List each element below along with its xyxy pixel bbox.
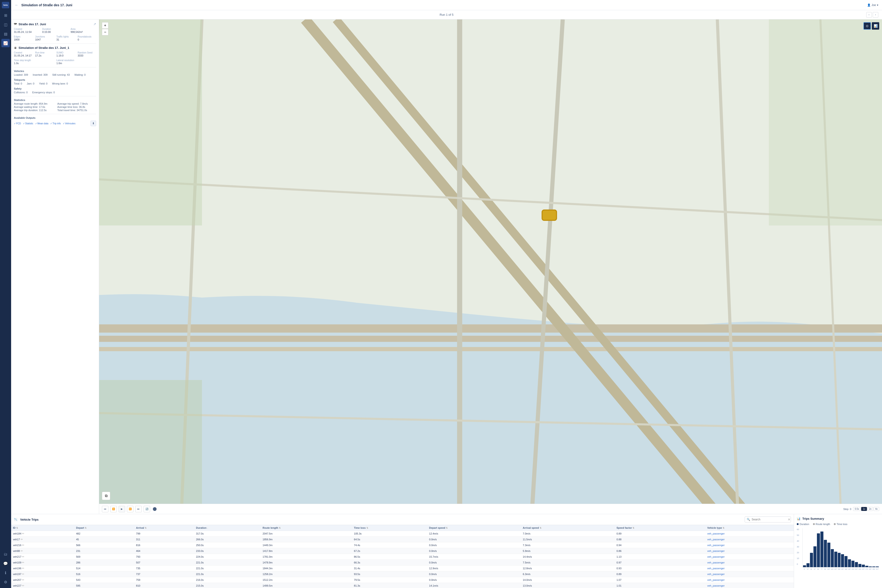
chart-bar [834, 552, 837, 567]
table-row: veh197 ✏ 516 737 221.0s 1258.2m 93.5s 0.… [11, 572, 794, 577]
edit-icon[interactable]: ✏ [22, 567, 24, 570]
svg-rect-15 [769, 20, 882, 225]
chart-bar [820, 531, 823, 567]
speed-1x-button[interactable]: 1x [861, 507, 867, 511]
speed-0-5x-button[interactable]: 0.5x [853, 507, 861, 511]
legend-duration: Duration [797, 523, 809, 525]
edit-icon[interactable]: ✏ [21, 549, 23, 553]
external-link-icon[interactable]: ↗ [93, 22, 96, 26]
page-title: Simulation of Straße des 17. Juni [21, 3, 864, 7]
col-arrival[interactable]: Arrival ⇅ [134, 525, 194, 531]
search-box[interactable]: 🔍 ✕ [745, 516, 791, 522]
edit-icon[interactable]: ✏ [22, 555, 24, 558]
teleports-stats: Total: 0 Jam: 0 Yield: 0 Wrong lane: 0 [14, 82, 96, 85]
divider-3 [14, 96, 96, 96]
sidebar-icon-info[interactable]: ℹ [2, 568, 10, 577]
step-forward-button[interactable]: ⏩ [127, 506, 134, 512]
trips-table-body: veh184 ✏ 482 799 317.0s 2047.5m 105.3s 1… [11, 531, 794, 588]
sidebar-icon-analytics[interactable]: 📈 [2, 39, 10, 47]
x-axis-label-item: 227 [855, 568, 858, 570]
network-area: Area 998,542m² [71, 28, 96, 34]
map-view-button[interactable]: ⊙ [864, 22, 871, 30]
table-row: veh184 ✏ 482 799 317.0s 2047.5m 105.3s 1… [11, 531, 794, 537]
chart-bar [876, 567, 879, 567]
sidebar-icon-settings[interactable]: ⚙ [2, 578, 10, 586]
edit-icon[interactable]: ✏ [22, 584, 24, 587]
safety-block: Safety Collisions: 0 Emergency stops: 0 [14, 87, 96, 94]
x-axis-label-item: 212 [852, 568, 855, 570]
table-row: veh227 ✏ 595 810 215.0s 1499.5m 81.3s 14… [11, 583, 794, 588]
output-statistic: Statistic [23, 122, 33, 125]
network-header: 🗺 Straße des 17. Juni ↗ [14, 22, 96, 26]
summary-title: 📊 Trips Summary [797, 517, 879, 520]
edit-icon[interactable]: ✏ [22, 543, 24, 547]
col-time-loss[interactable]: Time loss ⇅ [352, 525, 427, 531]
run-prev-button[interactable]: ‹ [866, 12, 872, 18]
stats-row-3: Average trip duration: 112.5s Total trav… [14, 109, 96, 112]
simulation-icon: 🖥 [14, 46, 17, 50]
back-button[interactable]: ← [15, 3, 18, 7]
trips-table-container: ID ⇅ Depart ⇅ Arrival ⇅ Duration ↓ Route… [11, 525, 794, 588]
sidebar-icon-chat[interactable]: 💬 [2, 559, 10, 568]
col-depart-speed[interactable]: Depart speed ⇅ [427, 525, 521, 531]
legend-time-loss: Time loss [834, 523, 847, 525]
network-roundabouts: Roundabouts 0 [78, 35, 96, 41]
edit-icon[interactable]: ✏ [22, 573, 24, 576]
play-button[interactable]: ▶ [119, 506, 125, 512]
skip-start-button[interactable]: ⏮ [102, 506, 108, 512]
edit-icon[interactable]: ✏ [22, 561, 24, 564]
map-layers-button[interactable]: ⧉ [102, 492, 110, 500]
network-stats-grid: Edges 1800 Junctions 1047 Traffic lights… [14, 35, 96, 41]
sidebar: beta ⊞ ◫ ▤ 📈 🗂 💬 ℹ ⚙ [0, 0, 11, 588]
main-content: ← Simulation of Straße des 17. Juni 👤 Jo… [11, 0, 882, 588]
search-input[interactable] [751, 518, 786, 521]
chart-bar [865, 566, 868, 567]
divider-1 [14, 44, 96, 44]
y-axis-labels: 60 50 40 30 20 10 0 [797, 528, 802, 570]
sidebar-icon-grid[interactable]: ⊞ [2, 11, 10, 20]
zoom-out-button[interactable]: − [102, 29, 108, 35]
x-axis-label-item: 107 [827, 568, 830, 570]
x-axis-label-item: 257 [862, 568, 865, 570]
zoom-in-button[interactable]: + [102, 22, 108, 29]
col-id[interactable]: ID ⇅ [11, 525, 74, 531]
col-arrival-speed[interactable]: Arrival speed ⇅ [521, 525, 615, 531]
speed-4x-button[interactable]: 4x [873, 507, 879, 511]
skip-end-button[interactable]: ⏭ [135, 506, 142, 512]
search-clear-button[interactable]: ✕ [788, 518, 790, 521]
x-axis-label-item: 77 [820, 568, 823, 570]
chart-bar [844, 556, 847, 567]
col-vehicle-type[interactable]: Vehicle type ⇅ [705, 525, 794, 531]
user-menu[interactable]: 👤 Joe ▾ [867, 3, 878, 7]
chart-bar [862, 565, 865, 567]
chart-bar [869, 567, 872, 567]
sidebar-icon-layout[interactable]: ▤ [2, 30, 10, 38]
chart-content-area [802, 528, 879, 567]
sidebar-icon-data[interactable]: 🗂 [2, 550, 10, 558]
statistics-stats: Average route length: 854.9m Average tri… [14, 102, 96, 112]
run-next-button[interactable]: › [873, 12, 878, 18]
sidebar-icon-chart[interactable]: ◫ [2, 20, 10, 29]
network-title: Straße des 17. Juni [18, 22, 46, 26]
step-back-button[interactable]: ⏪ [110, 506, 117, 512]
chart-bar [813, 546, 816, 567]
simulation-info-grid: Created 31.05.24, 14:17 Run-time 17.2s S… [14, 51, 96, 57]
edit-icon[interactable]: ✏ [21, 538, 23, 541]
edit-icon[interactable]: ✏ [22, 578, 24, 582]
runbar: Run 1 of 5 ‹ › [11, 10, 882, 20]
table-header-row: ID ⇅ Depart ⇅ Arrival ⇅ Duration ↓ Route… [11, 525, 794, 531]
col-depart[interactable]: Depart ⇅ [74, 525, 134, 531]
speed-2x-button[interactable]: 2x [867, 507, 873, 511]
map-chart-button[interactable]: 📊 [872, 22, 879, 30]
loop-button[interactable]: 🔄 [144, 506, 150, 512]
chart-bar [848, 559, 851, 567]
col-duration[interactable]: Duration ↓ [194, 525, 261, 531]
col-route-length[interactable]: Route length ⇅ [261, 525, 352, 531]
vehicles-title: Vehicles [14, 70, 96, 72]
chart-bar [817, 533, 820, 567]
svg-rect-17 [542, 210, 557, 220]
edit-icon[interactable]: ✏ [22, 532, 24, 535]
col-speed-factor[interactable]: Speed factor ⇅ [615, 525, 706, 531]
x-axis-label-item: 182 [844, 568, 847, 570]
download-button[interactable]: ⬇ [90, 121, 96, 126]
